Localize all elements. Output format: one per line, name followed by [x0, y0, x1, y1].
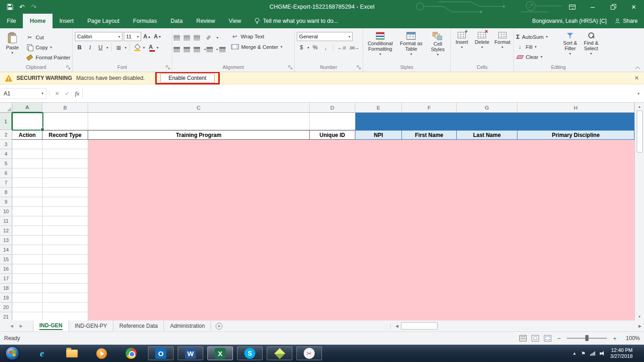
decrease-indent-icon[interactable]: [204, 45, 213, 54]
tab-file[interactable]: File: [0, 14, 23, 28]
align-right-icon[interactable]: [194, 47, 200, 52]
row-header-3[interactable]: 3: [0, 140, 12, 149]
align-left-icon[interactable]: [174, 47, 180, 52]
cell-G15[interactable]: [457, 255, 517, 264]
increase-indent-icon[interactable]: [216, 45, 226, 54]
cell-D8[interactable]: [310, 188, 355, 197]
fill-color-button[interactable]: [132, 43, 142, 52]
minimize-icon[interactable]: ─: [582, 0, 603, 14]
cell-B19[interactable]: [42, 293, 88, 303]
snipping-tool-button[interactable]: ✂: [296, 346, 322, 360]
horizontal-scroll-thumb[interactable]: [401, 322, 438, 330]
cell-A17[interactable]: [12, 274, 42, 283]
cell-F8[interactable]: [402, 188, 457, 197]
share-button[interactable]: Share: [615, 18, 638, 24]
cell-F18[interactable]: [402, 283, 457, 293]
row-header-4[interactable]: 4: [0, 149, 12, 159]
scroll-left-icon[interactable]: ◀: [393, 324, 401, 328]
cell-D3[interactable]: [310, 140, 355, 149]
qat-customize-icon[interactable]: ▾: [40, 2, 51, 12]
find-select-button[interactable]: Find & Select ▾: [581, 30, 602, 55]
cell-F1[interactable]: [402, 113, 457, 130]
row-header-10[interactable]: 10: [0, 207, 12, 216]
bottom-align-icon[interactable]: [194, 35, 200, 40]
cell-F5[interactable]: [402, 159, 457, 168]
borders-button[interactable]: ⊞: [114, 43, 123, 52]
format-as-table-button[interactable]: Format as Table ▾: [398, 30, 425, 56]
sheet-tab-ind-gen-py[interactable]: IND-GEN-PY: [69, 320, 114, 331]
cell-F12[interactable]: [402, 226, 457, 236]
cell-A5[interactable]: [12, 159, 42, 168]
cell-E1[interactable]: [355, 113, 402, 130]
autosum-button[interactable]: ΣAutoSum▾: [516, 32, 558, 41]
cell-H8[interactable]: [517, 188, 634, 197]
cell-H3[interactable]: [517, 140, 634, 149]
cell-E14[interactable]: [355, 245, 402, 255]
cell-C8[interactable]: [88, 188, 310, 197]
cell-G1[interactable]: [457, 113, 517, 130]
cell-D18[interactable]: [310, 283, 355, 293]
cell-C13[interactable]: [88, 236, 310, 245]
cell-A18[interactable]: [12, 283, 42, 293]
cell-E16[interactable]: [355, 264, 402, 274]
sheet-prev-icon[interactable]: ◀: [10, 324, 13, 328]
scroll-right-icon[interactable]: ▶: [636, 324, 644, 328]
cell-D17[interactable]: [310, 274, 355, 283]
cell-A11[interactable]: [12, 216, 42, 226]
cell-H19[interactable]: [517, 293, 634, 303]
cell-G21[interactable]: [457, 312, 517, 320]
cell-G10[interactable]: [457, 207, 517, 216]
cell-D13[interactable]: [310, 236, 355, 245]
cell-D6[interactable]: [310, 168, 355, 178]
sheet-next-icon[interactable]: ▶: [20, 324, 23, 328]
cell-E21[interactable]: [355, 312, 402, 320]
cell-B17[interactable]: [42, 274, 88, 283]
ribbon-display-options-icon[interactable]: [562, 0, 582, 14]
cell-A10[interactable]: [12, 207, 42, 216]
cell-B11[interactable]: [42, 216, 88, 226]
cell-F7[interactable]: [402, 178, 457, 188]
volume-icon[interactable]: [600, 351, 606, 356]
cell-G13[interactable]: [457, 236, 517, 245]
decrease-decimal-icon[interactable]: [348, 45, 359, 50]
zoom-in-icon[interactable]: +: [612, 335, 618, 342]
sheet-tab-reference-data[interactable]: Reference Data: [113, 320, 164, 331]
cell-B8[interactable]: [42, 188, 88, 197]
start-button[interactable]: [0, 345, 25, 362]
cell-F2[interactable]: First Name: [402, 130, 457, 140]
row-header-18[interactable]: 18: [0, 283, 12, 293]
cell-B21[interactable]: [42, 312, 88, 320]
paste-dropdown-arrow[interactable]: ▾: [11, 51, 13, 54]
cell-H1[interactable]: [517, 113, 634, 130]
cell-F20[interactable]: [402, 303, 457, 312]
save-icon[interactable]: [5, 2, 16, 12]
cell-F6[interactable]: [402, 168, 457, 178]
select-all-button[interactable]: [0, 103, 12, 113]
cell-E11[interactable]: [355, 216, 402, 226]
row-header-9[interactable]: 9: [0, 197, 12, 207]
cell-E3[interactable]: [355, 140, 402, 149]
cell-C21[interactable]: [88, 312, 310, 320]
format-painter-button[interactable]: Format Painter: [26, 53, 70, 62]
orientation-icon[interactable]: [204, 33, 213, 42]
tab-view[interactable]: View: [222, 14, 248, 28]
cell-F15[interactable]: [402, 255, 457, 264]
accounting-format-button[interactable]: $: [297, 43, 306, 52]
cell-C20[interactable]: [88, 303, 310, 312]
file-explorer-button[interactable]: [59, 346, 84, 360]
tab-page-layout[interactable]: Page Layout: [80, 14, 126, 28]
horizontal-scrollbar[interactable]: ⋮ ◀ ▶: [388, 320, 644, 331]
cell-E9[interactable]: [355, 197, 402, 207]
skype-button[interactable]: S: [237, 346, 263, 360]
cell-E2[interactable]: NPI: [355, 130, 402, 140]
row-header-8[interactable]: 8: [0, 188, 12, 197]
cell-D14[interactable]: [310, 245, 355, 255]
taskbar-clock[interactable]: 12:40 PM 3/27/2018: [610, 347, 633, 359]
cell-E17[interactable]: [355, 274, 402, 283]
normal-view-icon[interactable]: [519, 335, 527, 341]
paste-button[interactable]: Paste ▾: [1, 30, 23, 54]
cell-C4[interactable]: [88, 149, 310, 159]
restore-icon[interactable]: [603, 0, 623, 14]
cell-A8[interactable]: [12, 188, 42, 197]
cut-button[interactable]: ✂Cut: [26, 33, 70, 42]
